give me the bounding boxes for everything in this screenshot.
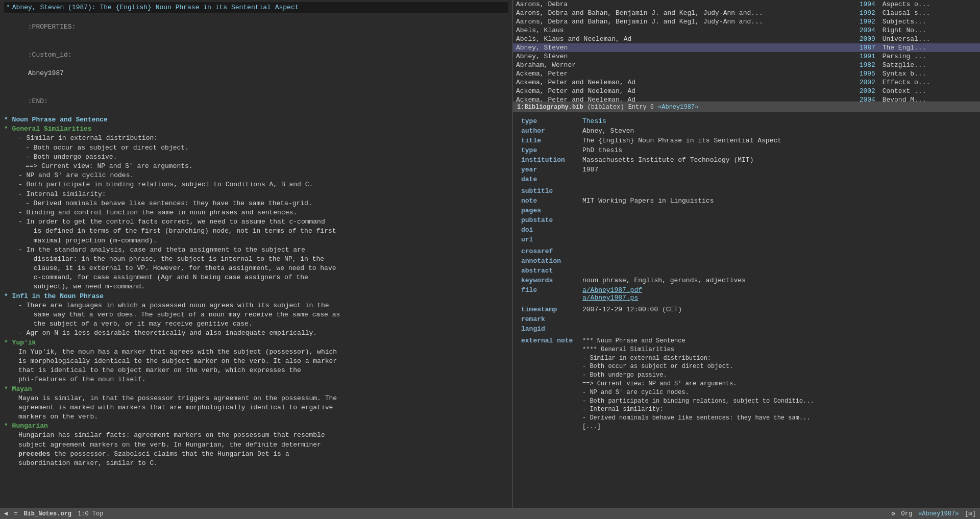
field-value <box>580 215 974 225</box>
field-value <box>580 225 974 235</box>
entry-field-row: filea/Abney1987.pdfa/Abney1987.ps <box>519 285 974 303</box>
mode-line-bib: 1:Bibliography.bib (biblatex) Entry 6 «A… <box>513 102 980 112</box>
org-line: - Agr on N is less desirable theoretical… <box>4 329 508 338</box>
org-line: c-command, for case assignment (Agr and … <box>4 273 508 282</box>
field-name: note <box>519 196 580 206</box>
bib-author: Abney, Steven <box>513 52 856 61</box>
field-value: 1987 <box>580 165 974 175</box>
field-name: year <box>519 165 580 175</box>
entry-field-row: abstract <box>519 266 974 276</box>
bib-title: Satzglie... <box>879 61 980 69</box>
bib-row[interactable]: Aarons, Debra and Bahan, Benjamin J. and… <box>513 9 980 17</box>
org-line: Hungarian has similar facts: agreement m… <box>4 431 508 440</box>
entry-type-row: typeThesis <box>519 116 974 126</box>
bib-year: 1995 <box>856 69 879 78</box>
org-line: * Yup'ik <box>4 338 508 348</box>
bib-title: The Engl... <box>879 43 980 52</box>
bib-author: Abraham, Werner <box>513 61 856 69</box>
org-line: same way that a verb does. The subject o… <box>4 310 508 319</box>
bib-year: 1987 <box>856 43 879 52</box>
bib-row[interactable]: Aarons, Debra and Bahan, Benjamin J. and… <box>513 17 980 26</box>
field-value: 2007-12-29 12:00:00 (CET) <box>580 305 974 314</box>
bib-year: 2002 <box>856 87 879 95</box>
entry-field-row: keywordsnoun phrase, English, gerunds, a… <box>519 276 974 285</box>
field-value <box>580 314 974 324</box>
custom-id-line: :Custom_id: Abney1987 <box>4 41 508 88</box>
bib-title: Subjects... <box>879 17 980 26</box>
status-left: ◄ = Bib_Notes.org 1:0 Top <box>4 510 103 517</box>
org-line: subject agreement markers on the verb. I… <box>4 440 508 450</box>
bib-title: Aspects o... <box>879 0 980 9</box>
entry-field-row: date <box>519 175 974 184</box>
bib-row[interactable]: Ackema, Peter and Neeleman, Ad2004Beyond… <box>513 95 980 102</box>
status-right: ⚙ Org «Abney1987» [⊡] <box>891 510 976 517</box>
org-line: - NP and S' are cyclic nodes. <box>4 171 508 180</box>
field-value <box>580 246 974 256</box>
entry-field-row: pubstate <box>519 215 974 225</box>
field-name: url <box>519 235 580 244</box>
entry-field-row: noteMIT Working Papers in Linguistics <box>519 196 974 206</box>
org-line: Mayan is similar, in that the possessor … <box>4 394 508 403</box>
left-panel[interactable]: * Abney, Steven (1987): The {English} No… <box>0 0 513 508</box>
field-name: subtitle <box>519 186 580 196</box>
bib-title: Syntax b... <box>879 69 980 78</box>
entry-field-row: authorAbney, Steven <box>519 126 974 136</box>
bib-year: 1991 <box>856 52 879 61</box>
bib-author: Ackema, Peter and Neeleman, Ad <box>513 87 856 95</box>
bib-row[interactable]: Abney, Steven1987The Engl... <box>513 43 980 52</box>
org-line: - Similar in external distribution: <box>4 134 508 143</box>
entry-field-row: doi <box>519 225 974 235</box>
field-value <box>580 186 974 196</box>
bib-year: 1982 <box>856 61 879 69</box>
org-line: dissimilar: in the noun phrase, the subj… <box>4 255 508 264</box>
bib-row[interactable]: Abels, Klaus2004Right No... <box>513 26 980 35</box>
org-line: - Derived nominals behave like sentences… <box>4 199 508 208</box>
bib-author: Aarons, Debra and Bahan, Benjamin J. and… <box>513 9 856 17</box>
field-name-type: type <box>519 116 580 126</box>
entry-field-row: institutionMassachusetts Institute of Te… <box>519 155 974 165</box>
status-position: 1:0 Top <box>78 510 103 517</box>
org-line: that is identical to the object marker o… <box>4 366 508 375</box>
status-icon1: ◄ <box>4 510 8 517</box>
org-line: agreement is marked with markers that ar… <box>4 403 508 412</box>
bib-table-body: Aarons, Debra1994Aspects o...Aarons, Deb… <box>513 0 980 102</box>
gear-icon[interactable]: ⚙ <box>891 510 895 517</box>
org-line: precedes the possessor. Szabolsci claims… <box>4 450 508 459</box>
bib-title: Right No... <box>879 26 980 35</box>
file-link-2[interactable]: a/Abney1987.ps <box>582 294 638 302</box>
bib-row[interactable]: Abraham, Werner1982Satzglie... <box>513 61 980 69</box>
field-value: Abney, Steven <box>580 126 974 136</box>
org-line: the subject of a verb, or it may receive… <box>4 319 508 329</box>
field-name: author <box>519 126 580 136</box>
entry-details-panel[interactable]: typeThesisauthorAbney, SteventitleThe {E… <box>513 112 980 508</box>
org-line: - Both participate in binding relations,… <box>4 180 508 189</box>
bib-title: Beyond M... <box>879 95 980 102</box>
bib-year: 1992 <box>856 17 879 26</box>
bib-list-panel[interactable]: Aarons, Debra1994Aspects o...Aarons, Deb… <box>513 0 980 102</box>
field-name: external note <box>519 336 580 432</box>
field-value: *** Noun Phrase and Sentence **** Genera… <box>580 336 974 432</box>
org-line: - Both occur as subject or direct object… <box>4 143 508 153</box>
org-line: * Noun Phrase and Sentence <box>4 115 508 125</box>
org-line: * Hungarian <box>4 422 508 431</box>
org-line: In Yup'ik, the noun has a marker that ag… <box>4 348 508 357</box>
field-name: title <box>519 136 580 145</box>
bib-row[interactable]: Abels, Klaus and Neeleman, Ad2009Univers… <box>513 35 980 43</box>
org-line: is morphologically identical to the subj… <box>4 357 508 366</box>
bib-row[interactable]: Aarons, Debra1994Aspects o... <box>513 0 980 9</box>
bib-row[interactable]: Ackema, Peter1995Syntax b... <box>513 69 980 78</box>
bib-row[interactable]: Abney, Steven1991Parsing ... <box>513 52 980 61</box>
field-name: abstract <box>519 266 580 276</box>
bib-year: 2002 <box>856 78 879 87</box>
file-link-1[interactable]: a/Abney1987.pdf <box>582 286 642 294</box>
org-line: maximal projection (m-command). <box>4 236 508 245</box>
entry-details-body: typeThesisauthorAbney, SteventitleThe {E… <box>519 116 974 432</box>
field-value <box>580 206 974 215</box>
bib-filename: 1:Bibliography.bib <box>517 104 583 111</box>
bib-entry-info: Entry 6 <box>628 104 654 111</box>
field-value: noun phrase, English, gerunds, adjective… <box>580 276 974 285</box>
org-line: - Both undergo passive. <box>4 153 508 162</box>
bib-row[interactable]: Ackema, Peter and Neeleman, Ad2002Contex… <box>513 87 980 95</box>
entry-field-row: subtitle <box>519 186 974 196</box>
bib-row[interactable]: Ackema, Peter and Neeleman, Ad2002Effect… <box>513 78 980 87</box>
